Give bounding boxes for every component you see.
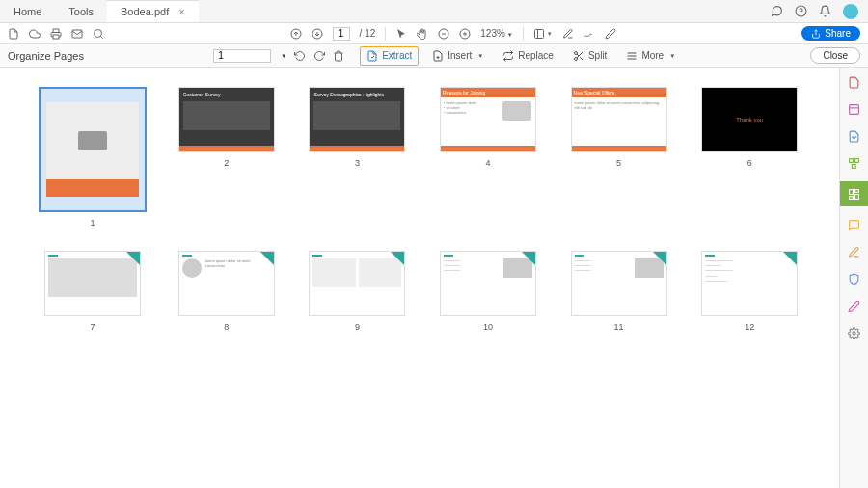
zoom-out-icon[interactable] — [438, 28, 449, 40]
rail-comment-icon[interactable] — [846, 216, 863, 233]
page-thumb-10[interactable]: ────────────────── 10 — [437, 251, 539, 332]
tab-file[interactable]: Bodea.pdf × — [107, 0, 199, 22]
extract-button[interactable]: Extract — [360, 46, 419, 66]
rail-create-pdf-icon[interactable] — [846, 73, 863, 91]
zoom-in-icon[interactable] — [459, 28, 471, 40]
tab-tools[interactable]: Tools — [55, 0, 107, 22]
rail-fill-sign-icon[interactable] — [846, 243, 863, 260]
tab-bar: Home Tools Bodea.pdf × — [0, 0, 868, 23]
pointer-icon[interactable] — [395, 28, 407, 40]
svg-rect-32 — [850, 189, 854, 194]
tab-home[interactable]: Home — [0, 0, 55, 22]
search-icon[interactable] — [93, 28, 104, 40]
svg-rect-31 — [852, 164, 855, 168]
page-thumb-4[interactable]: Reasons for Joining• lorem ipsum dolor• … — [437, 87, 539, 228]
page-total: / 12 — [360, 28, 376, 39]
page-thumb-7[interactable]: 7 — [39, 251, 147, 332]
arrow-up-icon[interactable] — [290, 28, 302, 40]
highlight-icon[interactable] — [562, 28, 574, 40]
replace-button[interactable]: Replace — [497, 47, 559, 65]
rail-export-icon[interactable] — [846, 127, 863, 145]
page-select-input[interactable] — [213, 49, 271, 63]
right-tool-rail — [839, 68, 868, 488]
page-thumb-3[interactable]: Survey Demographics : lighlights 3 — [307, 87, 409, 228]
arrow-down-icon[interactable] — [312, 28, 323, 40]
page-icon[interactable] — [8, 28, 19, 40]
page-thumb-9[interactable]: 9 — [307, 251, 409, 332]
organize-toolbar: Organize Pages ▼ Extract Insert▼ Replace… — [0, 44, 868, 68]
share-button[interactable]: Share — [801, 26, 860, 41]
fit-icon[interactable]: ▼ — [533, 28, 553, 40]
svg-point-20 — [574, 57, 577, 60]
rotate-left-icon[interactable] — [294, 50, 306, 62]
thumbnail-grid: 1 Customer Survey 2 Survey Demographics … — [0, 68, 839, 488]
page-thumb-2[interactable]: Customer Survey 2 — [176, 87, 278, 228]
page-thumb-6[interactable]: Thank you 6 — [698, 87, 800, 228]
rail-more-tools-icon[interactable] — [846, 324, 863, 341]
svg-line-5 — [100, 36, 102, 38]
page-thumb-1[interactable]: 1 — [39, 87, 147, 228]
organize-title: Organize Pages — [8, 50, 84, 62]
svg-rect-15 — [534, 29, 543, 38]
page-thumb-8[interactable]: lorem ipsum dolor sit amet consectetur 8 — [176, 251, 278, 332]
rail-combine-icon[interactable] — [846, 154, 863, 172]
hand-icon[interactable] — [417, 28, 428, 40]
pen-icon[interactable] — [605, 28, 616, 40]
rail-edit-icon[interactable] — [846, 100, 863, 118]
rail-redact-icon[interactable] — [846, 297, 863, 314]
page-thumb-5[interactable]: New Special Offerslorem ipsum dolor sit … — [568, 87, 670, 228]
chat-icon[interactable] — [771, 5, 783, 17]
content-area: 1 Customer Survey 2 Survey Demographics … — [0, 68, 868, 488]
sign-icon[interactable] — [583, 28, 595, 40]
help-icon[interactable] — [795, 5, 807, 17]
split-button[interactable]: Split — [567, 47, 612, 65]
avatar[interactable] — [843, 4, 858, 19]
svg-line-22 — [580, 57, 583, 60]
main-toolbar: / 12 123%▼ ▼ Share — [0, 23, 868, 44]
page-number-input[interactable] — [333, 27, 350, 41]
chevron-down-icon[interactable]: ▼ — [281, 53, 286, 59]
insert-button[interactable]: Insert▼ — [426, 47, 489, 65]
zoom-value[interactable]: 123%▼ — [480, 28, 513, 39]
rail-protect-icon[interactable] — [846, 270, 863, 287]
page-thumb-12[interactable]: ────────────────────────────────────── 1… — [698, 251, 800, 332]
rail-organize-icon[interactable] — [840, 181, 869, 206]
close-button[interactable]: Close — [810, 47, 860, 64]
svg-rect-30 — [855, 158, 859, 162]
svg-point-36 — [853, 331, 855, 334]
svg-rect-35 — [850, 196, 854, 199]
page-thumb-11[interactable]: ────────────────── 11 — [568, 251, 670, 332]
tab-file-label: Bodea.pdf — [121, 6, 169, 17]
svg-rect-27 — [850, 104, 859, 114]
rotate-right-icon[interactable] — [313, 50, 325, 62]
bell-icon[interactable] — [819, 5, 831, 17]
svg-rect-33 — [855, 189, 859, 192]
svg-line-23 — [577, 54, 579, 56]
trash-icon[interactable] — [333, 50, 344, 62]
cloud-icon[interactable] — [29, 28, 41, 40]
svg-rect-29 — [850, 158, 854, 162]
mail-icon[interactable] — [71, 28, 83, 40]
svg-rect-2 — [53, 35, 59, 39]
svg-point-19 — [574, 51, 577, 54]
close-icon[interactable]: × — [178, 6, 184, 17]
print-icon[interactable] — [50, 28, 62, 40]
more-button[interactable]: More▼ — [620, 47, 681, 65]
svg-point-4 — [95, 29, 102, 37]
svg-rect-34 — [855, 194, 859, 199]
